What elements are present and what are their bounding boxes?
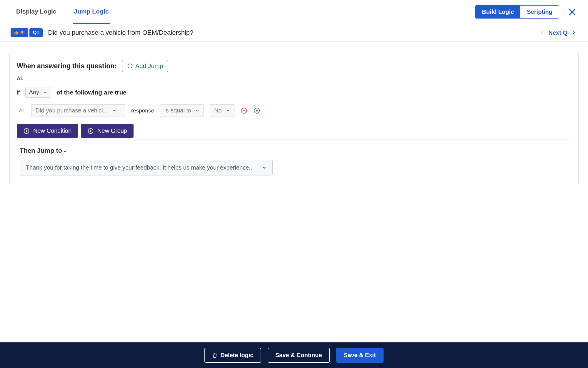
save-continue-label: Save & Continue: [275, 352, 322, 359]
chevron-down-icon: [226, 109, 230, 113]
prev-question-icon[interactable]: [540, 30, 544, 35]
group-id-label: A1: [17, 76, 571, 82]
then-jump-to-label: Then Jump to -: [20, 147, 571, 155]
logic-card: When answering this question: Add Jump A…: [9, 52, 579, 185]
of-following-label: of the following are true: [56, 89, 126, 96]
rule-row: A1 Did you purchase a vehicl... response…: [19, 104, 571, 117]
remove-rule-icon[interactable]: [240, 107, 247, 114]
top-bar: Display Logic Jump Logic Build Logic Scr…: [0, 0, 588, 24]
thumbs-down-icon: [20, 30, 25, 35]
logic-tabs: Display Logic Jump Logic: [15, 0, 110, 24]
add-jump-label: Add Jump: [135, 62, 163, 69]
rule-question-dropdown[interactable]: Did you purchase a vehicl...: [31, 104, 125, 117]
card-header: When answering this question: Add Jump: [17, 60, 571, 72]
any-all-value: Any: [29, 89, 39, 96]
jump-target-value: Thank you for taking the time to give yo…: [26, 164, 256, 171]
main-panel: When answering this question: Add Jump A…: [0, 42, 588, 342]
next-question-label[interactable]: Next Q: [549, 29, 567, 36]
tab-display-logic[interactable]: Display Logic: [15, 0, 58, 24]
save-exit-label: Save & Exit: [344, 352, 376, 359]
plus-circle-icon: [127, 63, 133, 69]
chevron-down-icon: [112, 109, 116, 113]
then-section: Then Jump to - Thank you for taking the …: [17, 140, 571, 175]
condition-line: if Any of the following are true: [17, 87, 571, 98]
chevron-down-icon: [43, 90, 47, 95]
value-dropdown[interactable]: No: [210, 104, 234, 117]
question-text: Did you purchase a vehicle from OEM/Deal…: [48, 29, 193, 37]
plus-circle-icon: [87, 128, 94, 134]
mode-toggle: Build Logic Scripting: [475, 5, 559, 19]
top-right-controls: Build Logic Scripting: [475, 5, 576, 19]
trash-icon: [212, 353, 217, 358]
next-question-icon[interactable]: [572, 30, 576, 35]
question-badge-group: Q1: [11, 28, 43, 37]
new-condition-label: New Condition: [33, 127, 71, 134]
jump-target-dropdown[interactable]: Thank you for taking the time to give yo…: [20, 160, 273, 175]
rule-question-value: Did you purchase a vehicl...: [36, 107, 108, 114]
operator-dropdown[interactable]: is equal to: [160, 104, 204, 117]
if-label: if: [17, 89, 20, 96]
plus-circle-icon: [23, 128, 30, 134]
delete-logic-button[interactable]: Delete logic: [204, 348, 261, 363]
question-bar: Q1 Did you purchase a vehicle from OEM/D…: [0, 24, 588, 42]
chevron-down-icon: [262, 165, 266, 170]
new-group-label: New Group: [97, 127, 127, 134]
new-group-button[interactable]: New Group: [81, 124, 134, 138]
value-value: No: [214, 107, 222, 114]
response-label: response: [131, 107, 154, 114]
any-all-dropdown[interactable]: Any: [25, 87, 51, 98]
add-rule-icon[interactable]: [253, 107, 260, 114]
when-answering-label: When answering this question:: [17, 62, 117, 70]
add-jump-button[interactable]: Add Jump: [122, 60, 168, 72]
save-continue-button[interactable]: Save & Continue: [268, 348, 330, 363]
question-nav: Next Q: [540, 29, 576, 36]
thumbs-badge: [11, 28, 28, 37]
chevron-down-icon: [195, 109, 199, 113]
question-id-badge: Q1: [29, 28, 43, 37]
action-buttons: New Condition New Group: [17, 124, 571, 138]
build-logic-toggle[interactable]: Build Logic: [475, 6, 520, 18]
close-icon[interactable]: [568, 8, 576, 16]
scripting-toggle[interactable]: Scripting: [520, 6, 559, 18]
operator-value: is equal to: [164, 107, 191, 114]
thumbs-up-icon: [14, 30, 19, 35]
save-exit-button[interactable]: Save & Exit: [336, 348, 384, 363]
rule-index: A1: [19, 108, 25, 114]
new-condition-button[interactable]: New Condition: [17, 124, 78, 138]
delete-logic-label: Delete logic: [220, 352, 253, 359]
question-left: Q1 Did you purchase a vehicle from OEM/D…: [11, 28, 193, 37]
tab-jump-logic[interactable]: Jump Logic: [73, 0, 110, 24]
footer-bar: Delete logic Save & Continue Save & Exit: [0, 342, 588, 368]
